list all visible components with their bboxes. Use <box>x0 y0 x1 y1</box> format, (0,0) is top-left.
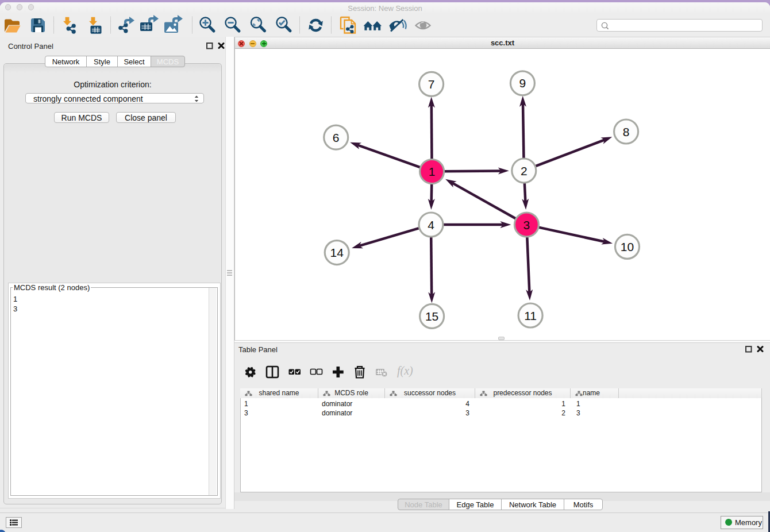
svg-text:15: 15 <box>425 310 438 323</box>
svg-text:10: 10 <box>621 240 634 253</box>
svg-text:3: 3 <box>523 218 530 232</box>
svg-text:14: 14 <box>330 246 344 259</box>
svg-text:4: 4 <box>428 218 434 232</box>
svg-text:6: 6 <box>333 131 340 144</box>
svg-text:9: 9 <box>519 76 526 90</box>
svg-text:1: 1 <box>429 165 436 178</box>
svg-text:8: 8 <box>623 125 630 138</box>
svg-text:7: 7 <box>428 78 435 91</box>
svg-text:2: 2 <box>521 164 528 178</box>
svg-text:11: 11 <box>524 309 537 322</box>
